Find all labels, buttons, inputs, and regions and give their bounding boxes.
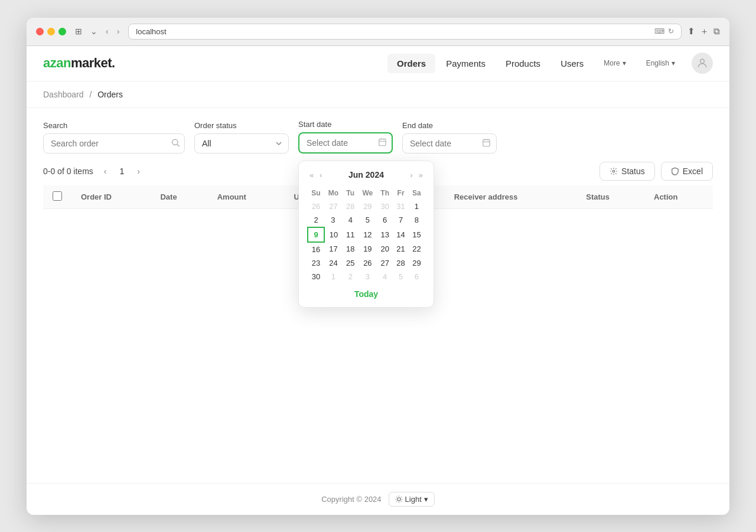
nav-language[interactable]: English ▾ (637, 54, 685, 72)
cal-today-button[interactable]: Today (307, 289, 425, 299)
excel-button[interactable]: Excel (661, 162, 713, 181)
cal-day-cell[interactable]: 13 (377, 227, 393, 242)
svg-point-11 (612, 170, 615, 172)
cal-day-cell[interactable]: 26 (359, 256, 377, 270)
translate-icon: ⌨ (654, 27, 664, 35)
nav-products[interactable]: Products (496, 54, 550, 73)
end-date-input[interactable] (402, 133, 497, 154)
cal-day-cell[interactable]: 28 (343, 200, 359, 213)
cal-day-cell[interactable]: 28 (393, 256, 409, 270)
forward-button[interactable]: › (114, 25, 123, 37)
nav-orders[interactable]: Orders (387, 54, 435, 73)
cal-day-cell[interactable]: 21 (393, 242, 409, 256)
cal-day-cell[interactable]: 6 (377, 213, 393, 227)
start-date-input-wrap: « ‹ Jun 2024 › » (298, 132, 393, 154)
dot-yellow[interactable] (47, 28, 55, 35)
back-button[interactable]: ‹ (103, 25, 112, 37)
cal-day-cell[interactable]: 14 (393, 227, 409, 242)
cal-day-cell[interactable]: 5 (393, 270, 409, 283)
cal-day-cell[interactable]: 9 (308, 227, 324, 242)
cal-next-year-button[interactable]: » (416, 169, 425, 181)
cal-day-cell[interactable]: 6 (409, 270, 425, 283)
cal-day-cell[interactable]: 2 (343, 270, 359, 283)
cal-day-cell[interactable]: 1 (409, 200, 425, 213)
cal-day-cell[interactable]: 3 (324, 213, 343, 227)
cal-day-cell[interactable]: 2 (308, 213, 324, 227)
svg-line-2 (177, 144, 180, 146)
col-receiver-address: Receiver address (445, 185, 577, 209)
share-button[interactable]: ⬆ (687, 26, 695, 37)
breadcrumb: Dashboard / Orders (27, 81, 729, 108)
cal-day-cell[interactable]: 23 (308, 256, 324, 270)
cal-day-cell[interactable]: 22 (409, 242, 425, 256)
search-input[interactable] (43, 133, 185, 154)
sidebar-toggle-button[interactable]: ⊞ (72, 25, 85, 37)
browser-controls: ⊞ ⌄ ‹ › (72, 25, 122, 37)
cal-weekdays-row: Su Mo Tu We Th Fr Sa (308, 187, 425, 200)
cal-day-cell[interactable]: 11 (343, 227, 359, 242)
sidebar-chevron-button[interactable]: ⌄ (87, 25, 100, 37)
cal-day-cell[interactable]: 26 (308, 200, 324, 213)
more-chevron-icon: ▾ (623, 59, 626, 67)
cal-day-su: Su (308, 187, 324, 200)
cal-day-cell[interactable]: 20 (377, 242, 393, 256)
cal-day-cell[interactable]: 4 (377, 270, 393, 283)
user-avatar[interactable] (692, 53, 713, 74)
cal-day-cell[interactable]: 10 (324, 227, 343, 242)
cal-day-cell[interactable]: 30 (308, 270, 324, 283)
nav-more[interactable]: More ▾ (594, 54, 635, 72)
start-date-input[interactable] (298, 132, 393, 154)
cal-day-th: Th (377, 187, 393, 200)
cal-day-cell[interactable]: 5 (359, 213, 377, 227)
cal-next-month-button[interactable]: › (408, 169, 415, 181)
cal-day-cell[interactable]: 31 (393, 200, 409, 213)
order-status-select[interactable]: All Pending Processing Completed Cancell… (194, 133, 289, 154)
nav-payments[interactable]: Payments (436, 54, 495, 73)
cal-prev-month-button[interactable]: ‹ (317, 169, 324, 181)
cal-day-cell[interactable]: 4 (343, 213, 359, 227)
next-page-button[interactable]: › (132, 164, 145, 178)
cal-day-cell[interactable]: 7 (393, 213, 409, 227)
new-tab-button[interactable]: ＋ (700, 26, 709, 37)
cal-day-cell[interactable]: 27 (324, 200, 343, 213)
cal-day-cell[interactable]: 3 (359, 270, 377, 283)
calendar-header: « ‹ Jun 2024 › » (307, 169, 425, 181)
cal-prev-group: « ‹ (307, 169, 325, 181)
cal-day-cell[interactable]: 19 (359, 242, 377, 256)
col-order-id: Order ID (71, 185, 151, 209)
dot-green[interactable] (58, 28, 66, 35)
cal-day-cell[interactable]: 12 (359, 227, 377, 242)
cal-day-cell[interactable]: 25 (343, 256, 359, 270)
page-number: 1 (115, 164, 129, 178)
cal-prev-year-button[interactable]: « (307, 169, 316, 181)
cal-day-cell[interactable]: 29 (359, 200, 377, 213)
cal-week-row: 2345678 (308, 213, 425, 227)
cal-day-cell[interactable]: 27 (377, 256, 393, 270)
cal-day-tu: Tu (343, 187, 359, 200)
cal-day-cell[interactable]: 18 (343, 242, 359, 256)
tabs-button[interactable]: ⧉ (713, 26, 720, 37)
status-button[interactable]: Status (599, 162, 655, 181)
cal-day-cell[interactable]: 17 (324, 242, 343, 256)
select-all-checkbox[interactable] (53, 191, 62, 201)
cal-day-cell[interactable]: 15 (409, 227, 425, 242)
cal-day-sa: Sa (409, 187, 425, 200)
prev-page-button[interactable]: ‹ (99, 164, 112, 178)
theme-select[interactable]: Light ▾ (389, 492, 435, 507)
search-button[interactable] (171, 138, 180, 149)
cal-day-cell[interactable]: 16 (308, 242, 324, 256)
copyright: Copyright © 2024 (321, 495, 381, 504)
address-bar[interactable]: localhost ⌨ ↻ (128, 24, 682, 40)
breadcrumb-parent[interactable]: Dashboard (43, 90, 84, 99)
dot-red[interactable] (36, 28, 44, 35)
calendar-popup: « ‹ Jun 2024 › » (298, 161, 434, 308)
svg-point-12 (397, 497, 400, 500)
cal-day-cell[interactable]: 30 (377, 200, 393, 213)
end-date-filter-group: End date (402, 121, 497, 154)
cal-day-cell[interactable]: 24 (324, 256, 343, 270)
svg-line-16 (401, 501, 402, 501)
cal-day-cell[interactable]: 29 (409, 256, 425, 270)
cal-day-cell[interactable]: 1 (324, 270, 343, 283)
cal-day-cell[interactable]: 8 (409, 213, 425, 227)
nav-users[interactable]: Users (551, 54, 593, 73)
